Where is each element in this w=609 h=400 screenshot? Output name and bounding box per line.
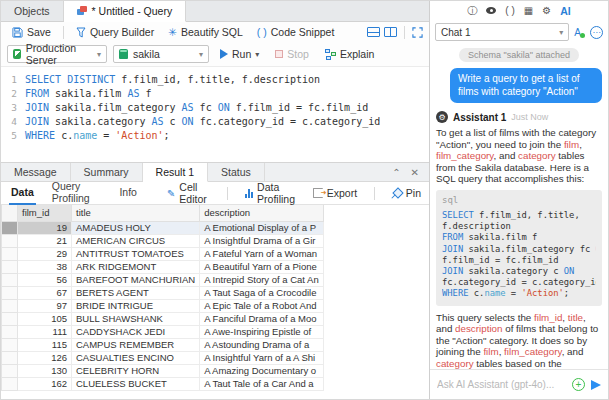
- row-gutter-cell[interactable]: [2, 234, 18, 247]
- row-gutter-cell[interactable]: [2, 299, 18, 312]
- grid-cell[interactable]: A Emotional Display of a P: [200, 221, 324, 234]
- chat-input[interactable]: Ask AI Assistant (gpt-4o)...: [437, 379, 566, 390]
- collapse-icon[interactable]: ⌃: [392, 167, 400, 178]
- server-select[interactable]: Production Server ▾: [7, 45, 107, 63]
- table-row[interactable]: 130CELEBRITY HORNA Amazing Documentary o: [2, 364, 324, 377]
- grid-cell[interactable]: A Astounding Drama of a: [200, 338, 324, 351]
- grid-cell[interactable]: 111: [18, 325, 72, 338]
- row-gutter-cell[interactable]: [2, 221, 18, 234]
- fullscreen-icon[interactable]: [412, 27, 423, 38]
- grid-cell[interactable]: 126: [18, 351, 72, 364]
- database-select[interactable]: sakila ▾: [113, 45, 209, 63]
- table-row[interactable]: 97BRIDE INTRIGUEA Epic Tale of a Robot A…: [2, 299, 324, 312]
- grid-cell[interactable]: A Intrepid Story of a Cat An: [200, 273, 324, 286]
- grid-cell[interactable]: 56: [18, 273, 72, 286]
- table-row[interactable]: 115CAMPUS REMEMBERA Astounding Drama of …: [2, 338, 324, 351]
- grid-cell[interactable]: 115: [18, 338, 72, 351]
- grid-cell[interactable]: A Awe-Inspiring Epistle of: [200, 325, 324, 338]
- subtab-data[interactable]: Data: [9, 182, 36, 205]
- subtab-info[interactable]: Info: [117, 182, 139, 205]
- editor-line[interactable]: 4JOIN sakila.category AS c ON fc.categor…: [1, 115, 429, 129]
- row-gutter-cell[interactable]: [2, 273, 18, 286]
- table-row[interactable]: 29ANTITRUST TOMATOESA Fateful Yarn of a …: [2, 247, 324, 260]
- row-gutter-cell[interactable]: [2, 247, 18, 260]
- table-row[interactable]: 21AMERICAN CIRCUSA Insightful Drama of a…: [2, 234, 324, 247]
- grid-cell[interactable]: 105: [18, 312, 72, 325]
- tab-untitled-query[interactable]: * Untitled - Query: [64, 1, 187, 22]
- stop-button[interactable]: Stop: [270, 47, 314, 61]
- table-row[interactable]: 126CASUALTIES ENCINOA Insightful Yarn of…: [2, 351, 324, 364]
- table-row[interactable]: 19AMADEUS HOLYA Emotional Display of a P: [2, 221, 324, 234]
- grid-cell[interactable]: 97: [18, 299, 72, 312]
- grid-corner-cell[interactable]: [2, 205, 18, 221]
- split-horizontal-icon[interactable]: [367, 27, 380, 37]
- grid-cell[interactable]: 162: [18, 377, 72, 390]
- subtab-query-profiling[interactable]: Query Profiling: [50, 182, 104, 205]
- grid-cell[interactable]: A Taut Saga of a Crocodile: [200, 286, 324, 299]
- info-icon[interactable]: ⓘ: [467, 4, 477, 18]
- gear-icon[interactable]: ⚙: [542, 5, 551, 16]
- editor-line[interactable]: 3JOIN sakila.film_category AS fc ON f.fi…: [1, 101, 429, 115]
- row-gutter-cell[interactable]: [2, 338, 18, 351]
- run-button[interactable]: Run ▾: [215, 47, 264, 61]
- row-gutter-cell[interactable]: [2, 312, 18, 325]
- result-grid[interactable]: film_idtitledescription 19AMADEUS HOLYA …: [1, 205, 324, 391]
- table-row[interactable]: 162CLUELESS BUCKETA Taut Tale of a Car A…: [2, 377, 324, 390]
- table-row[interactable]: 67BERETS AGENTA Taut Saga of a Crocodile: [2, 286, 324, 299]
- result-tab-status[interactable]: Status: [208, 163, 265, 181]
- row-gutter-cell[interactable]: [2, 260, 18, 273]
- grid-cell[interactable]: A Epic Tale of a Robot And: [200, 299, 324, 312]
- grid-cell[interactable]: A Taut Tale of a Car And a: [200, 377, 324, 390]
- editor-line[interactable]: 1SELECT DISTINCT f.film_id, f.title, f.d…: [1, 73, 429, 87]
- result-tab-message[interactable]: Message: [1, 163, 71, 181]
- eye-icon[interactable]: [486, 7, 496, 14]
- table-row[interactable]: 56BAREFOOT MANCHURIANA Intrepid Story of…: [2, 273, 324, 286]
- rename-chat-icon[interactable]: A: [574, 27, 585, 38]
- code-snippet-icon[interactable]: ( ): [505, 5, 514, 16]
- tab-objects[interactable]: Objects: [1, 1, 64, 21]
- result-tab-result-1[interactable]: Result 1: [143, 163, 209, 182]
- close-icon[interactable]: ✕: [411, 167, 419, 178]
- grid-cell[interactable]: CELEBRITY HORN: [72, 364, 200, 377]
- grid-cell[interactable]: A Insightful Yarn of a A Shi: [200, 351, 324, 364]
- grid-cell[interactable]: ARK RIDGEMONT: [72, 260, 200, 273]
- row-gutter-cell[interactable]: [2, 377, 18, 390]
- editor-line[interactable]: 5WHERE c.name = 'Action';: [1, 129, 429, 143]
- explain-button[interactable]: Explain: [320, 47, 379, 61]
- sql-editor[interactable]: 1SELECT DISTINCT f.film_id, f.title, f.d…: [1, 66, 429, 162]
- grid-cell[interactable]: A Fateful Yarn of a Woman: [200, 247, 324, 260]
- split-vertical-icon[interactable]: [384, 27, 397, 37]
- grid-cell[interactable]: 130: [18, 364, 72, 377]
- pin-button[interactable]: Pin: [392, 187, 421, 199]
- table-row[interactable]: 105BULL SHAWSHANKA Fanciful Drama of a M…: [2, 312, 324, 325]
- grid-cell[interactable]: A Insightful Drama of a Gir: [200, 234, 324, 247]
- grid-cell[interactable]: A Fanciful Drama of a Moo: [200, 312, 324, 325]
- beautify-sql-button[interactable]: ✳ Beautify SQL: [163, 25, 248, 39]
- cell-editor-button[interactable]: ✎ Cell Editor: [167, 181, 210, 205]
- send-icon[interactable]: [591, 380, 601, 390]
- row-gutter-cell[interactable]: [2, 325, 18, 338]
- grid-cell[interactable]: 19: [18, 221, 72, 234]
- grid-cell[interactable]: 21: [18, 234, 72, 247]
- grid-cell[interactable]: BULL SHAWSHANK: [72, 312, 200, 325]
- column-header-description[interactable]: description: [200, 205, 324, 221]
- editor-line[interactable]: 2FROM sakila.film AS f: [1, 87, 429, 101]
- grid-cell[interactable]: A Beautiful Yarn of a Pione: [200, 260, 324, 273]
- attach-plus-icon[interactable]: +: [572, 378, 585, 391]
- chat-select[interactable]: Chat 1 ▾: [435, 23, 569, 41]
- grid-cell[interactable]: AMADEUS HOLY: [72, 221, 200, 234]
- row-gutter-cell[interactable]: [2, 364, 18, 377]
- more-options-icon[interactable]: ⋯: [590, 26, 603, 39]
- grid-cell[interactable]: 38: [18, 260, 72, 273]
- grid-cell[interactable]: CLUELESS BUCKET: [72, 377, 200, 390]
- query-builder-button[interactable]: Query Builder: [71, 25, 159, 39]
- export-button[interactable]: Export: [313, 187, 357, 199]
- row-gutter-cell[interactable]: [2, 286, 18, 299]
- row-gutter-cell[interactable]: [2, 351, 18, 364]
- table-icon[interactable]: ▦: [524, 5, 533, 16]
- grid-cell[interactable]: BRIDE INTRIGUE: [72, 299, 200, 312]
- code-snippet-button[interactable]: ( ) Code Snippet: [252, 25, 340, 39]
- grid-cell[interactable]: AMERICAN CIRCUS: [72, 234, 200, 247]
- grid-cell[interactable]: 67: [18, 286, 72, 299]
- table-row[interactable]: 38ARK RIDGEMONTA Beautiful Yarn of a Pio…: [2, 260, 324, 273]
